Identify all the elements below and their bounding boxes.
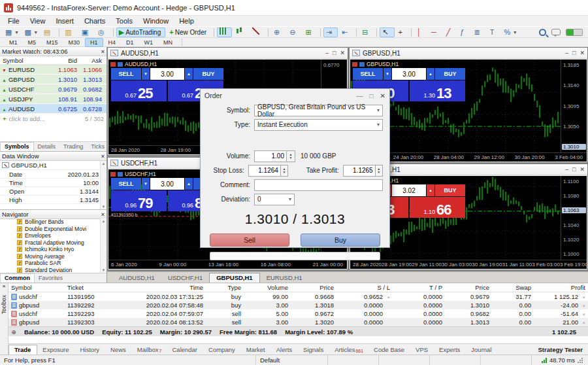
volume-up-icon[interactable]: ▲ [427, 184, 434, 196]
order-dialog-titlebar[interactable]: Order — □ ✕ [201, 89, 389, 102]
close-position-icon[interactable]: × [580, 294, 585, 300]
buy-price[interactable]: 1.1066 [410, 197, 465, 218]
menu-item[interactable]: Insert [50, 16, 79, 26]
channel-icon[interactable]: ≣ [471, 27, 485, 37]
take-profit-field[interactable] [343, 165, 376, 177]
buy-price[interactable]: 1.3013 [410, 80, 465, 101]
horizontal-line-icon[interactable]: ─ [429, 27, 442, 37]
close-icon[interactable]: × [101, 211, 105, 218]
stop-loss-field[interactable] [248, 165, 281, 177]
column-header[interactable]: Symbol [8, 284, 67, 291]
navigator-tab[interactable]: Favorites [35, 274, 67, 282]
new-order-icon[interactable]: +New Order [167, 27, 211, 37]
close-icon[interactable]: ✕ [380, 92, 385, 99]
toolbox-tab[interactable]: Calendar [167, 345, 203, 355]
timeframe-button[interactable]: W1 [139, 38, 159, 47]
arrange-windows-icon[interactable]: ⊟ [359, 27, 374, 37]
timeframe-button[interactable]: M5 [23, 38, 42, 47]
buy-button[interactable]: BUY [435, 68, 465, 80]
column-header[interactable]: T / P [390, 284, 442, 291]
separator[interactable] [411, 28, 412, 37]
cursor-icon[interactable]: ↖ [380, 27, 394, 37]
profile-selector[interactable]: Default [256, 355, 328, 365]
symbol-select[interactable]: GBPUSD, Great Britain Pound vs US Dollar… [254, 105, 383, 116]
toolbox-tab[interactable]: Company [203, 345, 241, 355]
resize-grip[interactable] [578, 358, 583, 363]
toolbox-tab[interactable]: Alerts [271, 345, 298, 355]
close-icon[interactable]: ✕ [580, 166, 585, 173]
menu-item[interactable]: Tools [110, 16, 138, 26]
toolbox-tab[interactable]: Experts [434, 345, 466, 355]
column-header[interactable]: Type [203, 284, 241, 291]
volume-stepper[interactable]: ▲▼ [287, 150, 295, 162]
volume-input[interactable]: 3.00 [150, 178, 184, 190]
stop-loss-stepper[interactable]: ▲▼ [281, 165, 288, 177]
minimize-icon[interactable]: – [565, 166, 568, 173]
chart-window-titlebar[interactable]: AUDUSD,H1 –□✕ [108, 48, 348, 59]
maximize-icon[interactable]: □ [333, 50, 336, 56]
menu-item[interactable]: File [3, 16, 25, 26]
timeframe-button[interactable]: M15 [41, 38, 63, 47]
market-watch-tab[interactable]: Details [34, 143, 60, 150]
strategy-tester-label[interactable]: Strategy Tester [538, 346, 588, 355]
auto-scroll-icon[interactable]: ⇥ [323, 27, 338, 37]
data-window-icon[interactable]: ▣ [79, 27, 94, 37]
close-icon[interactable]: × [0, 283, 8, 289]
timeframe-button[interactable]: H1 [85, 38, 103, 47]
column-header[interactable]: Time [120, 284, 203, 291]
toolbox-tab[interactable]: Code Base [368, 345, 410, 355]
table-row[interactable]: gbpusd 11392292 2020.02.04 07:58:48 buy … [8, 301, 588, 309]
market-watch-tab[interactable]: Trading [59, 143, 87, 150]
crosshair-icon[interactable]: + [396, 27, 408, 37]
separator[interactable] [376, 28, 377, 37]
candle-chart-icon[interactable] [233, 27, 248, 37]
close-icon[interactable]: ✕ [580, 50, 585, 56]
timeframe-button[interactable]: MN [158, 38, 178, 47]
timeframe-button[interactable]: D1 [121, 38, 139, 47]
market-watch-icon[interactable]: ▥ [62, 27, 77, 37]
timeframe-button[interactable]: M30 [63, 38, 86, 47]
sell-button[interactable]: Sell [210, 234, 289, 247]
market-watch-row[interactable]: EURUSD 1.1063 1.1066 [0, 65, 106, 75]
column-header[interactable]: Volume [241, 284, 288, 291]
column-header[interactable]: Price [442, 284, 489, 291]
timeframe-button[interactable]: M1 [4, 38, 23, 47]
navigator-item[interactable]: Fractal Adaptive Moving [0, 239, 100, 247]
table-row[interactable]: usdchf 11392293 2020.02.04 07:59:07 sell… [8, 309, 588, 318]
volume-up-icon[interactable]: ▲ [185, 178, 193, 190]
volume-field[interactable] [254, 150, 287, 162]
toolbox-tab[interactable]: VPS [410, 345, 434, 355]
add-symbol-row[interactable]: + click to add... 5 / 302 [0, 114, 106, 124]
navigator-item[interactable]: Standard Deviation [0, 267, 100, 273]
deviation-select[interactable]: 0 ▾ [254, 194, 295, 205]
menu-item[interactable]: Charts [79, 16, 110, 26]
line-chart-icon[interactable] [250, 27, 265, 37]
bar-chart-icon[interactable] [217, 27, 232, 37]
column-header[interactable]: Swap [489, 284, 531, 291]
separator[interactable] [59, 28, 59, 37]
volume-input[interactable]: 3.00 [150, 68, 184, 80]
minimize-icon[interactable]: – [565, 50, 568, 56]
chat-icon[interactable] [551, 29, 561, 35]
new-chart-icon[interactable]: ▦▾ [3, 27, 20, 37]
volume-input[interactable]: 3.02 [392, 184, 426, 196]
toolbox-tab[interactable]: Market [241, 345, 271, 355]
toolbox-tab[interactable]: Signals [298, 345, 329, 355]
vertical-line-icon[interactable]: │ [414, 27, 427, 37]
market-depth-icon[interactable]: ▤ [41, 27, 56, 37]
sell-price[interactable]: 0.9679 [111, 190, 167, 211]
navigator-tab[interactable]: Common [0, 273, 35, 283]
minimize-icon[interactable]: – [325, 50, 329, 56]
profiles-icon[interactable]: ▩▾ [22, 27, 39, 37]
maximize-icon[interactable]: □ [370, 92, 374, 99]
menu-item[interactable]: Help [174, 16, 199, 26]
volume-input[interactable]: 3.00 [392, 68, 426, 80]
sell-button[interactable]: SELL [111, 68, 141, 80]
volume-down-icon[interactable]: ▼ [142, 178, 150, 190]
market-watch-row[interactable]: USDJPY 108.91 108.94 [0, 94, 106, 104]
toolbox-tab[interactable]: History [75, 345, 106, 355]
toolbox-tab[interactable]: Journal [466, 345, 497, 355]
tile-windows-icon[interactable]: ⊞ [302, 27, 317, 37]
remove-sl-icon[interactable]: × [385, 294, 390, 300]
expand-icon[interactable]: ⊕ [11, 328, 16, 336]
